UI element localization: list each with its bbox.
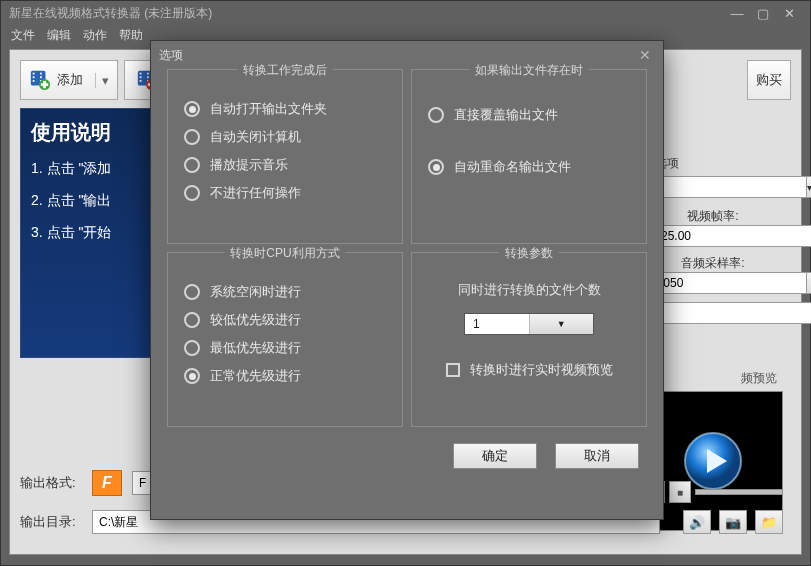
film-add-icon xyxy=(29,69,51,91)
cpu-opt-idle[interactable]: 系统空闲时进行 xyxy=(184,283,386,301)
menu-edit[interactable]: 编辑 xyxy=(47,27,71,44)
radio-icon xyxy=(184,101,200,117)
after-opt-nothing[interactable]: 不进行任何操作 xyxy=(184,184,386,202)
radio-icon xyxy=(428,159,444,175)
radio-icon xyxy=(428,107,444,123)
svg-rect-15 xyxy=(147,76,149,78)
svg-rect-14 xyxy=(147,73,149,75)
maximize-button[interactable]: ▢ xyxy=(750,4,776,22)
preview-area: 频预览 xyxy=(643,370,783,531)
concurrent-count-select[interactable]: 1 ▼ xyxy=(464,313,594,335)
options-buttons: 确定 取消 xyxy=(151,427,663,469)
output-dir-label: 输出目录: xyxy=(20,513,82,531)
exists-opt-overwrite[interactable]: 直接覆盖输出文件 xyxy=(428,106,630,124)
settings-sidebar: 置选项 ▾ 视频帧率: ▾ ▾ 音频采样率: ▾ ▾ xyxy=(643,155,783,324)
after-convert-group: 转换工作完成后 自动打开输出文件夹 自动关闭计算机 播放提示音乐 不进行任何操作 xyxy=(167,69,403,244)
after-opt-open-folder[interactable]: 自动打开输出文件夹 xyxy=(184,100,386,118)
instruction-step-3: 3. 点击 "开始 xyxy=(31,224,159,242)
svg-rect-12 xyxy=(140,76,142,78)
radio-icon xyxy=(184,157,200,173)
svg-rect-2 xyxy=(33,76,35,78)
options-close-button[interactable]: ✕ xyxy=(635,45,655,65)
cpu-opt-normal[interactable]: 正常优先级进行 xyxy=(184,367,386,385)
after-opt-shutdown[interactable]: 自动关闭计算机 xyxy=(184,128,386,146)
svg-rect-13 xyxy=(140,80,142,82)
window-title: 新星在线视频格式转换器 (未注册版本) xyxy=(9,5,212,22)
concurrent-count-label: 同时进行转换的文件个数 xyxy=(428,281,630,299)
cpu-opt-lowest[interactable]: 最低优先级进行 xyxy=(184,339,386,357)
minimize-button[interactable]: — xyxy=(724,4,750,22)
radio-icon xyxy=(184,185,200,201)
concurrent-count-value: 1 xyxy=(465,314,529,334)
output-format-label: 输出格式: xyxy=(20,474,82,492)
radio-icon xyxy=(184,340,200,356)
cpu-opt-low[interactable]: 较低优先级进行 xyxy=(184,311,386,329)
convert-params-group: 转换参数 同时进行转换的文件个数 1 ▼ 转换时进行实时视频预览 xyxy=(411,252,647,427)
exists-opt-rename[interactable]: 自动重命名输出文件 xyxy=(428,158,630,176)
add-button-label: 添加 xyxy=(57,71,83,89)
svg-rect-11 xyxy=(140,73,142,75)
if-exists-legend: 如果输出文件存在时 xyxy=(469,62,589,79)
buy-button[interactable]: 购买 xyxy=(747,60,791,100)
add-dropdown-icon[interactable]: ▾ xyxy=(95,73,109,88)
instruction-step-2: 2. 点击 "输出 xyxy=(31,192,159,210)
radio-icon xyxy=(184,312,200,328)
cpu-usage-group: 转换时CPU利用方式 系统空闲时进行 较低优先级进行 最低优先级进行 正常优先级… xyxy=(167,252,403,427)
footer-sound-icon[interactable]: 🔊 xyxy=(683,510,711,534)
titlebar: 新星在线视频格式转换器 (未注册版本) — ▢ ✕ xyxy=(1,1,810,25)
svg-rect-1 xyxy=(33,73,35,75)
settings-title: 置选项 xyxy=(643,155,783,172)
add-button[interactable]: 添加 ▾ xyxy=(20,60,118,100)
if-exists-group: 如果输出文件存在时 直接覆盖输出文件 自动重命名输出文件 xyxy=(411,69,647,244)
cancel-button[interactable]: 取消 xyxy=(555,443,639,469)
options-dialog: 选项 ✕ 转换工作完成后 自动打开输出文件夹 自动关闭计算机 播放提示音乐 不进… xyxy=(150,40,664,520)
svg-rect-5 xyxy=(40,76,42,78)
radio-icon xyxy=(184,284,200,300)
footer-icons: 🔊 📷 📁 xyxy=(683,510,783,534)
radio-icon xyxy=(184,368,200,384)
chevron-down-icon: ▼ xyxy=(529,314,594,334)
framerate-input[interactable] xyxy=(654,225,811,247)
svg-rect-4 xyxy=(40,73,42,75)
footer-snapshot-icon[interactable]: 📷 xyxy=(719,510,747,534)
profile-combo-arrow[interactable]: ▾ xyxy=(807,176,811,198)
preview-seek-bar[interactable] xyxy=(695,489,783,495)
svg-rect-3 xyxy=(33,80,35,82)
preview-stop-button[interactable]: ■ xyxy=(669,481,691,503)
checkbox-icon xyxy=(446,363,460,377)
profile-combo[interactable] xyxy=(643,176,807,198)
menu-action[interactable]: 动作 xyxy=(83,27,107,44)
cpu-usage-legend: 转换时CPU利用方式 xyxy=(224,245,345,262)
convert-params-legend: 转换参数 xyxy=(499,245,559,262)
ok-button[interactable]: 确定 xyxy=(453,443,537,469)
instructions-panel: 使用说明 1. 点击 "添加 2. 点击 "输出 3. 点击 "开始 xyxy=(20,108,170,358)
extra-combo[interactable] xyxy=(654,302,811,324)
samplerate-input[interactable] xyxy=(643,272,807,294)
preview-controls: ▶ ■ xyxy=(643,480,783,504)
options-title: 选项 xyxy=(159,47,183,64)
menu-file[interactable]: 文件 xyxy=(11,27,35,44)
svg-rect-9 xyxy=(41,83,48,86)
instructions-heading: 使用说明 xyxy=(31,119,159,146)
samplerate-label: 音频采样率: xyxy=(643,255,783,272)
menu-help[interactable]: 帮助 xyxy=(119,27,143,44)
close-button[interactable]: ✕ xyxy=(776,4,802,22)
format-badge: F xyxy=(92,470,122,496)
samplerate-arrow[interactable]: ▾ xyxy=(807,272,811,294)
radio-icon xyxy=(184,129,200,145)
footer-folder-icon[interactable]: 📁 xyxy=(755,510,783,534)
preview-title: 频预览 xyxy=(643,370,783,387)
instruction-step-1: 1. 点击 "添加 xyxy=(31,160,159,178)
after-opt-play-sound[interactable]: 播放提示音乐 xyxy=(184,156,386,174)
realtime-preview-checkbox[interactable]: 转换时进行实时视频预览 xyxy=(428,361,630,379)
framerate-label: 视频帧率: xyxy=(643,208,783,225)
buy-button-label: 购买 xyxy=(756,71,782,89)
after-convert-legend: 转换工作完成后 xyxy=(237,62,333,79)
